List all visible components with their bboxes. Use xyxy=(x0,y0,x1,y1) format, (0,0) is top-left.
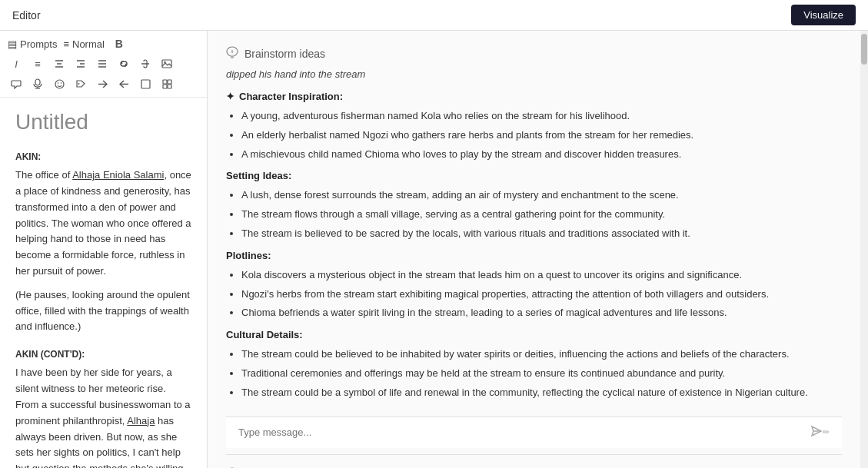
app-title: Editor xyxy=(12,9,41,22)
plotline-item-1: Kola discovers a mysterious object in th… xyxy=(241,267,842,284)
editor-toolbar: ▤ Prompts ≡ Normal B I ≡ xyxy=(0,31,207,98)
svg-point-27 xyxy=(232,55,233,55)
scene-section: Scene Descripton Scene — Alhaja Eniola S… xyxy=(226,454,842,468)
plotlines-subsection-title: Plotlines: xyxy=(226,250,842,261)
cultural-item-1: The stream could be believed to be inhab… xyxy=(241,347,842,363)
box-button[interactable] xyxy=(137,75,154,92)
normal-style-icon: ≡ xyxy=(63,38,69,50)
cultural-subsection-title: Cultural Details: xyxy=(226,329,842,340)
tag-button[interactable] xyxy=(72,75,89,92)
setting-subsection: Setting Ideas: A lush, dense forest surr… xyxy=(226,170,842,241)
svg-point-18 xyxy=(78,83,80,85)
cultural-subsection: Cultural Details: The stream could be be… xyxy=(226,329,842,400)
editor-content-area[interactable]: Untitled AKIN: The office of Alhaja Enio… xyxy=(0,98,207,468)
paragraph-1: The office of Alhaja Eniola Salami, once… xyxy=(15,168,191,280)
prompts-icon: ▤ xyxy=(8,38,17,50)
svg-point-15 xyxy=(55,80,64,88)
character-subsection: ✦ Character Inspiration: A young, advent… xyxy=(226,91,842,162)
normal-style-dropdown[interactable]: ≡ Normal xyxy=(63,38,105,50)
message-input[interactable] xyxy=(238,427,810,438)
send-button[interactable] xyxy=(810,425,823,440)
prompts-button[interactable]: ▤ Prompts xyxy=(8,38,57,50)
character-item-1: A young, adventurous fisherman named Kol… xyxy=(241,108,842,124)
setting-list: A lush, dense forest surrounds the strea… xyxy=(226,188,842,241)
visualize-button[interactable]: Visualize xyxy=(791,5,856,25)
image-button[interactable] xyxy=(158,55,175,72)
svg-point-16 xyxy=(57,82,58,84)
setting-item-1: A lush, dense forest surrounds the strea… xyxy=(241,188,842,204)
character-item-2: An elderly herbalist named Ngozi who gat… xyxy=(241,128,842,144)
brainstorm-section-1: Brainstorm ideas dipped his hand into th… xyxy=(226,46,842,401)
cultural-list: The stream could be believed to be inhab… xyxy=(226,347,842,400)
cultural-item-3: The stream could be a symbol of life and… xyxy=(241,385,842,401)
editor-panel: ▤ Prompts ≡ Normal B I ≡ xyxy=(0,31,208,468)
outer-scrollbar-thumb[interactable] xyxy=(861,34,867,65)
svg-rect-12 xyxy=(35,79,40,85)
link-button[interactable] xyxy=(115,55,132,72)
paragraph-3: I have been by her side for years, a sil… xyxy=(15,365,191,468)
align-right-button[interactable] xyxy=(72,55,89,72)
plotlines-subsection: Plotlines: Kola discovers a mysterious o… xyxy=(226,250,842,321)
setting-item-3: The stream is believed to be sacred by t… xyxy=(241,226,842,242)
edit-icon: ✏ xyxy=(823,427,830,437)
character-item-3: A mischievous child named Chioma who lov… xyxy=(241,147,842,163)
speaker-akin: AKIN: xyxy=(15,150,191,164)
character-subsection-title: ✦ Character Inspiration: xyxy=(226,91,842,102)
grid-button[interactable] xyxy=(158,75,175,92)
plotline-item-3: Chioma befriends a water spirit living i… xyxy=(241,305,842,321)
svg-rect-21 xyxy=(141,80,150,88)
back-button[interactable] xyxy=(115,75,132,92)
comment-button[interactable] xyxy=(8,75,25,92)
align-left-button[interactable]: ≡ xyxy=(29,55,46,72)
strikethrough-button[interactable] xyxy=(137,55,154,72)
emoji-button[interactable] xyxy=(51,75,68,92)
setting-subsection-title: Setting Ideas: xyxy=(226,170,842,181)
paragraph-2: (He pauses, looking around the opulent o… xyxy=(15,287,191,335)
setting-item-2: The stream flows through a small village… xyxy=(241,207,842,223)
plotlines-list: Kola discovers a mysterious object in th… xyxy=(226,267,842,321)
svg-rect-25 xyxy=(168,85,171,88)
svg-rect-24 xyxy=(163,85,167,88)
message-input-container: ✏ xyxy=(226,417,842,448)
editor-body[interactable]: AKIN: The office of Alhaja Eniola Salami… xyxy=(15,150,191,468)
document-title[interactable]: Untitled xyxy=(15,110,191,134)
outer-scrollbar[interactable] xyxy=(860,31,868,468)
brainstorm-context-text: dipped his hand into the stream xyxy=(226,68,842,80)
align-center-button[interactable] xyxy=(51,55,68,72)
forward-button[interactable] xyxy=(94,75,111,92)
brainstorm-panel: Brainstorm ideas dipped his hand into th… xyxy=(208,31,860,468)
svg-point-17 xyxy=(60,82,62,84)
italic-button[interactable]: I xyxy=(8,55,25,72)
brainstorm-section-header: Brainstorm ideas xyxy=(226,46,842,61)
speaker-akin-contd: AKIN (CONT'D): xyxy=(15,347,191,362)
star-icon: ✦ xyxy=(226,91,234,102)
character-list: A young, adventurous fisherman named Kol… xyxy=(226,108,842,162)
app-header: Editor Visualize xyxy=(0,0,868,31)
plotline-item-2: Ngozi's herbs from the stream start exhi… xyxy=(241,287,842,303)
mic-button[interactable] xyxy=(29,75,46,92)
justify-button[interactable] xyxy=(94,55,111,72)
svg-rect-10 xyxy=(162,60,171,68)
cultural-item-2: Traditional ceremonies and offerings may… xyxy=(241,366,842,382)
brainstorm-section-title: Brainstorm ideas xyxy=(244,48,325,60)
brainstorm-content-area: Brainstorm ideas dipped his hand into th… xyxy=(208,31,860,468)
svg-rect-23 xyxy=(168,80,171,84)
brainstorm-icon xyxy=(226,46,238,61)
bold-button[interactable]: B xyxy=(111,35,128,52)
svg-rect-22 xyxy=(163,80,167,84)
